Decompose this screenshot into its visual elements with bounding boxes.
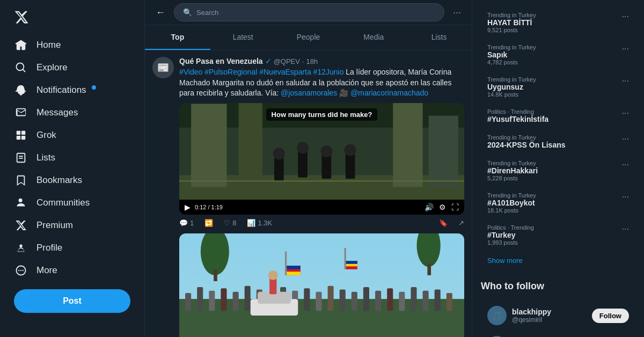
- video-caption: How many turns did he make?: [266, 108, 378, 121]
- trend-label: Trending in Turkey: [487, 134, 629, 141]
- tab-latest[interactable]: Latest: [210, 25, 276, 50]
- sidebar-item-profile[interactable]: Profile: [6, 237, 138, 259]
- svg-rect-47: [286, 269, 301, 272]
- svg-rect-17: [346, 153, 355, 178]
- trend-more-icon[interactable]: ···: [622, 12, 629, 21]
- svg-rect-52: [346, 264, 357, 266]
- svg-rect-10: [429, 115, 458, 187]
- tweet-time: ·: [302, 57, 304, 65]
- svg-rect-44: [447, 293, 452, 311]
- trend-topic: #DirenHakkari: [487, 166, 629, 175]
- follow-item-1[interactable]: 🎮 CS2 🧡 — @CounterStrike Follow: [481, 331, 635, 337]
- sidebar-item-bookmarks[interactable]: Bookmarks: [6, 169, 138, 192]
- messages-icon: [14, 107, 28, 119]
- sidebar-item-lists[interactable]: Lists: [6, 146, 138, 169]
- back-button[interactable]: ←: [152, 4, 169, 21]
- trend-more-icon[interactable]: ···: [622, 192, 629, 202]
- like-icon: ♡: [224, 219, 230, 227]
- trending-item-7[interactable]: Politics · Trending #Turkey 1,993 posts …: [481, 219, 635, 251]
- trend-more-icon[interactable]: ···: [622, 108, 629, 118]
- trend-label: Trending in Turkey: [487, 192, 629, 199]
- home-icon: [14, 39, 28, 51]
- follow-avatar-0: 🎵: [487, 306, 507, 325]
- trend-count: 4,782 posts: [487, 59, 629, 65]
- trending-item-0[interactable]: Trending in Turkey HAYAT BİTTİ 9,521 pos…: [481, 6, 635, 39]
- video-player-2: ▶ 0:13 / 4:05 🔊 ⚙ ⛶: [179, 233, 464, 337]
- sidebar-label-more: More: [36, 265, 57, 276]
- trend-more-icon[interactable]: ···: [622, 44, 629, 54]
- trend-count: 9,521 posts: [487, 27, 629, 33]
- trend-more-icon[interactable]: ···: [622, 134, 629, 144]
- reply-button[interactable]: 💬 1: [179, 219, 194, 227]
- tweet-content: Qué Pasa en Venezuela ✓ @QPEV · 18h #Vid…: [179, 57, 464, 337]
- fullscreen-icon[interactable]: ⛶: [451, 203, 459, 211]
- trend-topic: 2024-KPSS Ön Lisans: [487, 141, 629, 149]
- main-feed: ← 🔍 Search ··· TopLatestPeopleMediaLists…: [145, 0, 472, 337]
- follow-item-0[interactable]: 🎵 blackhippy @qesimiril Follow: [481, 301, 635, 331]
- trending-item-3[interactable]: Politics · Trending #YusufTekinİstifa ··…: [481, 103, 635, 129]
- tab-people[interactable]: People: [276, 25, 341, 50]
- bookmarks-icon: [14, 174, 28, 186]
- sidebar-item-grok[interactable]: Grok: [6, 124, 138, 146]
- video-duration-1: 0:12 / 1:19: [195, 204, 223, 210]
- trending-show-more[interactable]: Show more: [481, 251, 635, 270]
- feed-tabs: TopLatestPeopleMediaLists: [145, 25, 472, 50]
- svg-point-16: [320, 145, 332, 157]
- svg-rect-15: [322, 155, 332, 178]
- sidebar-label-explore: Explore: [36, 62, 68, 73]
- share-button[interactable]: ↗: [458, 219, 464, 227]
- tab-lists[interactable]: Lists: [406, 25, 472, 50]
- volume-icon[interactable]: 🔊: [425, 203, 434, 211]
- sidebar-item-premium[interactable]: Premium: [6, 214, 138, 237]
- trend-count: 1,993 posts: [487, 239, 629, 246]
- trend-topic: HAYAT BİTTİ: [487, 18, 629, 27]
- trend-topic: #Turkey: [487, 231, 629, 239]
- like-count: 8: [232, 219, 236, 227]
- svg-rect-38: [375, 290, 381, 311]
- like-button[interactable]: ♡ 8: [224, 219, 236, 227]
- trending-item-5[interactable]: Trending in Turkey #DirenHakkari 5,228 p…: [481, 155, 635, 187]
- trending-item-4[interactable]: Trending in Turkey 2024-KPSS Ön Lisans ·…: [481, 129, 635, 155]
- svg-rect-9: [393, 103, 422, 187]
- svg-rect-48: [286, 272, 301, 275]
- post-button[interactable]: Post: [14, 289, 130, 313]
- feed-header: ← 🔍 Search ···: [145, 0, 472, 25]
- trend-more-icon[interactable]: ···: [622, 76, 629, 86]
- more-options-button[interactable]: ···: [450, 4, 464, 21]
- sidebar-item-more[interactable]: More: [6, 259, 138, 282]
- tab-media[interactable]: Media: [341, 25, 406, 50]
- follow-button-0[interactable]: Follow: [592, 309, 629, 323]
- reply-icon: 💬: [179, 219, 188, 227]
- trend-more-icon[interactable]: ···: [622, 160, 629, 170]
- trending-item-2[interactable]: Trending in Turkey Uygunsuz 14.8K posts …: [481, 71, 635, 103]
- lists-icon: [14, 152, 28, 164]
- x-logo[interactable]: [6, 4, 138, 32]
- sidebar-item-home[interactable]: Home: [6, 34, 138, 56]
- notifications-icon: [14, 84, 28, 96]
- svg-rect-8: [239, 103, 262, 187]
- svg-rect-46: [286, 266, 301, 269]
- views-button[interactable]: 📊 1.3K: [247, 219, 272, 227]
- tab-top[interactable]: Top: [145, 25, 210, 50]
- search-placeholder[interactable]: Search: [196, 9, 218, 17]
- verified-icon: ✓: [265, 57, 272, 65]
- video-thumbnail-1: How many turns did he make?: [179, 103, 464, 200]
- settings-icon[interactable]: ⚙: [439, 203, 446, 211]
- bookmark-button[interactable]: 🔖: [439, 219, 448, 227]
- svg-rect-42: [423, 290, 429, 311]
- sidebar-item-explore[interactable]: Explore: [6, 56, 138, 79]
- sidebar-label-messages: Messages: [36, 107, 78, 118]
- video-controls-1: ▶ 0:12 / 1:19 🔊 ⚙ ⛶: [179, 200, 464, 215]
- sidebar-label-notifications: Notifications: [36, 85, 86, 96]
- retweet-button[interactable]: 🔁: [204, 219, 213, 227]
- trending-item-1[interactable]: Trending in Turkey Sapık 4,782 posts ···: [481, 39, 635, 71]
- svg-rect-53: [345, 248, 346, 269]
- sidebar-item-communities[interactable]: Communities: [6, 192, 138, 214]
- sidebar-item-messages[interactable]: Messages: [6, 101, 138, 124]
- sidebar-item-notifications[interactable]: Notifications: [6, 79, 138, 101]
- svg-point-14: [297, 142, 309, 153]
- trend-more-icon[interactable]: ···: [622, 224, 629, 234]
- play-button-1[interactable]: ▶: [185, 203, 191, 211]
- trending-item-6[interactable]: Trending in Turkey #A101Boykot 18.1K pos…: [481, 187, 635, 219]
- svg-rect-36: [352, 292, 357, 311]
